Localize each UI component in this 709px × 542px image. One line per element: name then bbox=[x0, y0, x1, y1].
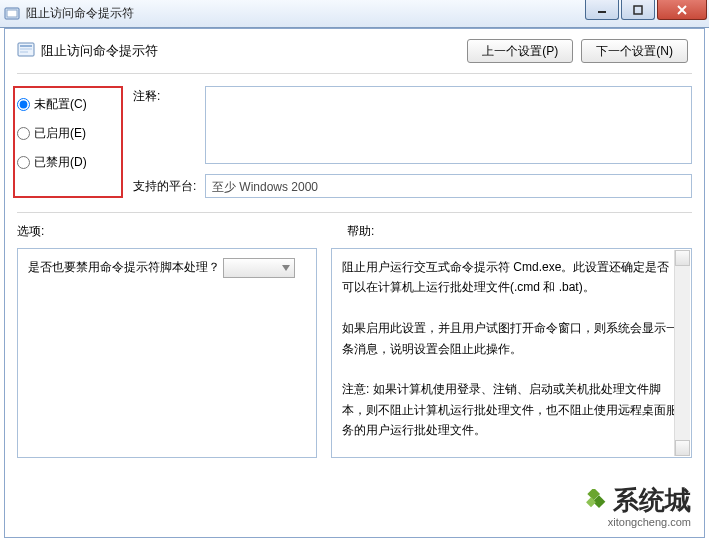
help-scrollbar[interactable] bbox=[674, 250, 690, 456]
radio-enabled-input[interactable] bbox=[17, 127, 30, 140]
radio-disabled-label: 已禁用(D) bbox=[34, 154, 87, 171]
options-question: 是否也要禁用命令提示符脚本处理？ bbox=[28, 260, 220, 274]
maximize-button[interactable] bbox=[621, 0, 655, 20]
watermark-text: 系统城 bbox=[613, 483, 691, 518]
separator-2 bbox=[17, 212, 692, 213]
policy-title: 阻止访问命令提示符 bbox=[41, 42, 158, 60]
comment-label: 注释: bbox=[133, 86, 205, 164]
svg-rect-1 bbox=[7, 10, 17, 17]
watermark: 系统城 xitongcheng.com bbox=[583, 483, 691, 528]
help-paragraph-1: 阻止用户运行交互式命令提示符 Cmd.exe。此设置还确定是否可以在计算机上运行… bbox=[342, 257, 681, 298]
radio-disabled[interactable]: 已禁用(D) bbox=[17, 154, 119, 171]
scroll-up-button[interactable] bbox=[675, 250, 690, 266]
watermark-logo-icon bbox=[583, 489, 607, 513]
client-area: 阻止访问命令提示符 上一个设置(P) 下一个设置(N) 未配置(C) 已启用(E… bbox=[4, 28, 705, 538]
app-icon bbox=[4, 6, 20, 22]
radio-not-configured[interactable]: 未配置(C) bbox=[17, 96, 119, 113]
separator bbox=[17, 73, 692, 74]
scroll-down-button[interactable] bbox=[675, 440, 690, 456]
radio-not-configured-input[interactable] bbox=[17, 98, 30, 111]
window-title: 阻止访问命令提示符 bbox=[26, 5, 134, 22]
radio-not-configured-label: 未配置(C) bbox=[34, 96, 87, 113]
comment-textarea[interactable] bbox=[205, 86, 692, 164]
platform-value: 至少 Windows 2000 bbox=[205, 174, 692, 198]
watermark-url: xitongcheng.com bbox=[583, 516, 691, 528]
options-panel: 是否也要禁用命令提示符脚本处理？ bbox=[17, 248, 317, 458]
svg-rect-9 bbox=[20, 51, 28, 53]
options-section-label: 选项: bbox=[17, 223, 347, 240]
prev-setting-button[interactable]: 上一个设置(P) bbox=[467, 39, 573, 63]
options-combobox[interactable] bbox=[223, 258, 295, 278]
help-paragraph-3: 注意: 如果计算机使用登录、注销、启动或关机批处理文件脚本，则不阻止计算机运行批… bbox=[342, 379, 681, 440]
title-bar: 阻止访问命令提示符 bbox=[0, 0, 709, 28]
radio-disabled-input[interactable] bbox=[17, 156, 30, 169]
policy-icon bbox=[17, 41, 35, 62]
minimize-button[interactable] bbox=[585, 0, 619, 20]
radio-enabled[interactable]: 已启用(E) bbox=[17, 125, 119, 142]
svg-rect-3 bbox=[634, 6, 642, 14]
state-radio-group: 未配置(C) 已启用(E) 已禁用(D) bbox=[13, 86, 123, 198]
svg-rect-7 bbox=[20, 45, 32, 47]
help-section-label: 帮助: bbox=[347, 223, 374, 240]
radio-enabled-label: 已启用(E) bbox=[34, 125, 86, 142]
svg-marker-10 bbox=[282, 265, 290, 271]
help-panel: 阻止用户运行交互式命令提示符 Cmd.exe。此设置还确定是否可以在计算机上运行… bbox=[331, 248, 692, 458]
svg-rect-8 bbox=[20, 48, 32, 50]
platform-label: 支持的平台: bbox=[133, 178, 205, 195]
close-button[interactable] bbox=[657, 0, 707, 20]
help-paragraph-2: 如果启用此设置，并且用户试图打开命令窗口，则系统会显示一条消息，说明设置会阻止此… bbox=[342, 318, 681, 359]
next-setting-button[interactable]: 下一个设置(N) bbox=[581, 39, 688, 63]
